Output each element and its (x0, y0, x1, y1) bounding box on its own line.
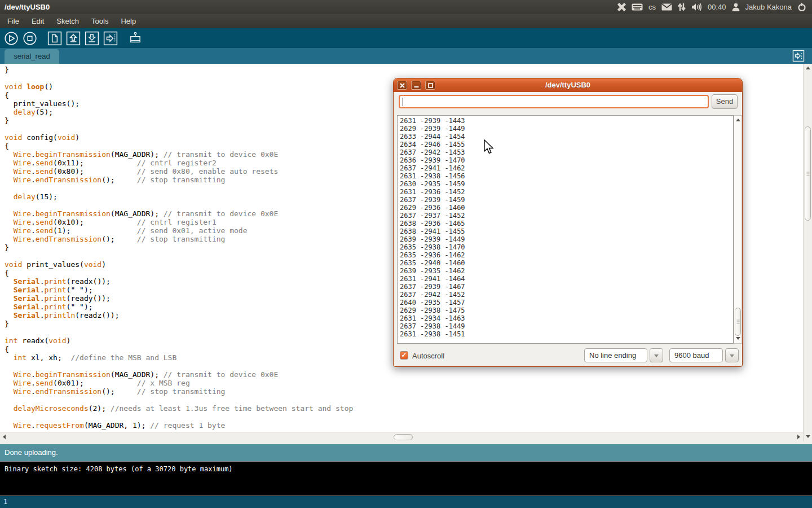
new-button[interactable] (47, 30, 63, 46)
code-line (5, 413, 803, 421)
menu-item-tools[interactable]: Tools (85, 14, 114, 28)
indicator-icon[interactable] (617, 3, 626, 11)
code-line (5, 396, 803, 404)
minimize-button[interactable] (411, 81, 421, 90)
code-line: } (5, 65, 803, 74)
serial-input-field[interactable] (399, 95, 709, 108)
menubar: FileEditSketchToolsHelp (0, 14, 812, 28)
build-console: Binary sketch size: 4208 bytes (of a 307… (0, 461, 812, 496)
toolbar (0, 28, 812, 48)
menu-item-help[interactable]: Help (114, 14, 142, 28)
top-panel: /dev/ttyUSB0 cs 00:40 Jakub Kakona (0, 0, 812, 14)
autoscroll-label: Autoscroll (412, 352, 444, 360)
serial-scroll-thumb[interactable] (735, 308, 741, 336)
send-button[interactable]: Send (712, 94, 738, 109)
serial-monitor-title: /dev/ttyUSB0 (394, 78, 742, 92)
mail-icon[interactable] (661, 3, 672, 11)
stop-button[interactable] (22, 30, 38, 46)
console-text: Binary sketch size: 4208 bytes (of a 307… (5, 465, 233, 473)
volume-icon[interactable] (691, 3, 702, 11)
code-line: Wire.requestFrom(MAG_ADDR, 1); // reques… (5, 421, 803, 430)
scroll-down-icon[interactable] (806, 435, 810, 438)
line-number-value: 1 (3, 498, 7, 506)
scroll-up-icon[interactable] (736, 119, 740, 121)
scroll-right-icon[interactable] (797, 435, 800, 439)
serial-output-text: 2631 -2939 -1443 2629 -2939 -1449 2633 -… (398, 116, 733, 338)
checkmark-icon: ✓ (401, 351, 407, 359)
line-ending-dropdown-button[interactable] (650, 348, 663, 362)
editor-hscroll-thumb[interactable] (394, 434, 413, 440)
autoscroll-checkbox[interactable]: ✓ (400, 351, 408, 360)
keyboard-layout-label[interactable]: cs (648, 3, 656, 11)
verify-button[interactable] (3, 30, 19, 46)
editor-vertical-scrollbar[interactable] (803, 64, 812, 441)
line-number-bar: 1 (0, 496, 812, 508)
window-controls (397, 81, 435, 90)
baud-rate-select[interactable]: 9600 baud (669, 348, 723, 362)
menu-item-edit[interactable]: Edit (25, 14, 50, 28)
serial-monitor-titlebar[interactable]: /dev/ttyUSB0 (394, 78, 742, 92)
chevron-down-icon (730, 354, 734, 357)
serial-scrollbar[interactable] (734, 115, 742, 344)
editor-vscroll-thumb[interactable] (805, 126, 811, 221)
tab-serial-read[interactable]: serial_read (5, 49, 59, 64)
tab-bar: serial_read (0, 48, 812, 64)
code-line: Wire.beginTransmission(MAG_ADDR); // tra… (5, 370, 803, 379)
menu-item-sketch[interactable]: Sketch (50, 14, 85, 28)
tabs-menu-button[interactable] (792, 49, 805, 63)
text-caret (403, 98, 403, 106)
baud-dropdown-button[interactable] (725, 348, 739, 362)
user-name-label[interactable]: Jakub Kakona (745, 3, 792, 11)
close-button[interactable] (397, 81, 407, 90)
open-button[interactable] (65, 30, 81, 46)
code-line: delayMicroseconds(2); //needs at least 1… (5, 404, 803, 413)
power-icon[interactable] (797, 3, 806, 12)
clock-label[interactable]: 00:40 (708, 3, 726, 11)
keyboard-layout-icon[interactable] (632, 3, 643, 11)
panel-window-title: /dev/ttyUSB0 (0, 3, 50, 11)
scroll-left-icon[interactable] (3, 435, 6, 439)
maximize-button[interactable] (425, 81, 435, 90)
editor-horizontal-scrollbar[interactable] (0, 432, 803, 441)
line-ending-select[interactable]: No line ending (584, 348, 647, 362)
scroll-down-icon[interactable] (736, 337, 740, 340)
code-line: Wire.endTransmission(); // stop transmit… (5, 387, 803, 396)
save-button[interactable] (84, 30, 100, 46)
network-arrows-icon[interactable] (678, 3, 686, 11)
serial-monitor-window: /dev/ttyUSB0 Send 2631 -2939 -1443 2629 … (393, 78, 743, 367)
chevron-down-icon (654, 354, 659, 357)
scroll-up-icon[interactable] (806, 67, 810, 69)
serial-monitor-button[interactable] (127, 30, 143, 46)
user-icon[interactable] (732, 3, 740, 11)
mouse-cursor (483, 139, 495, 157)
system-tray: cs 00:40 Jakub Kakona (617, 3, 812, 12)
status-bar: Done uploading. (0, 444, 812, 461)
menu-item-file[interactable]: File (1, 14, 25, 28)
upload-button[interactable] (103, 30, 118, 46)
status-message: Done uploading. (5, 448, 58, 457)
serial-output-pane[interactable]: 2631 -2939 -1443 2629 -2939 -1449 2633 -… (397, 115, 734, 344)
code-line: Wire.send(0x01); // x MSB reg (5, 379, 803, 387)
